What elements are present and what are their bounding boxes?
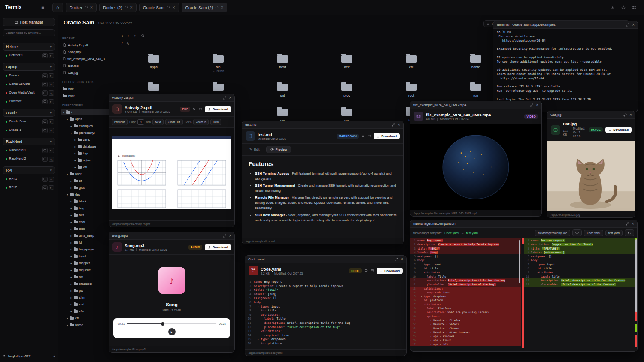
chevron-right-icon[interactable]: ▸ — [70, 124, 73, 127]
host-search-input[interactable] — [3, 29, 55, 36]
terminal-button[interactable]: >_ — [49, 185, 54, 190]
right-file-button[interactable]: test.yaml — [605, 230, 623, 236]
refresh-diff-button[interactable] — [625, 229, 634, 236]
chevron-right-icon[interactable]: ▸ — [70, 255, 73, 258]
tree-item-apps[interactable]: ▾ apps — [61, 115, 109, 122]
folder-apps[interactable]: apps — [122, 53, 186, 72]
chevron-right-icon[interactable]: ▸ — [70, 282, 73, 285]
split-view-button[interactable] — [42, 148, 48, 153]
refresh-icon[interactable] — [141, 34, 145, 38]
seek-thumb[interactable] — [161, 322, 164, 326]
tree-item-disk[interactable]: ▸ disk — [61, 225, 109, 232]
split-view-button[interactable] — [42, 177, 48, 182]
tree-item-dev[interactable]: ▾ dev — [61, 191, 109, 198]
tree-item-block[interactable]: ▸ block — [61, 198, 109, 205]
tree-item-database[interactable]: ▸ database — [61, 143, 109, 150]
window-titlebar[interactable]: test.md × — [242, 121, 403, 129]
terminal-button[interactable]: >_ — [49, 82, 54, 87]
expand-icon[interactable] — [530, 103, 533, 107]
tree-item-mapper[interactable]: ▸ mapper — [61, 259, 109, 266]
host-group-hetzner[interactable]: Hetzner ▾ — [3, 43, 55, 51]
tree-item-grub[interactable]: ▸ grub — [61, 184, 109, 191]
close-tab-icon[interactable]: × — [221, 5, 223, 10]
close-icon[interactable]: × — [229, 95, 231, 100]
menu-icon[interactable]: ≡ — [41, 4, 52, 10]
chevron-down-icon[interactable]: ▾ — [66, 172, 69, 175]
shortcut-boot[interactable]: boot — [61, 92, 109, 99]
forward-icon[interactable]: › — [128, 33, 129, 38]
tree-item-bus[interactable]: ▸ bus — [61, 211, 109, 218]
chevron-right-icon[interactable]: ▸ — [70, 227, 73, 230]
tree-item-home[interactable]: ▸ home — [61, 321, 109, 328]
chevron-right-icon[interactable]: ▸ — [70, 262, 73, 265]
download-button[interactable]: Download — [205, 244, 231, 250]
host-open-media-vault[interactable]: Open Media Vault >_ — [3, 89, 55, 97]
expand-icon[interactable] — [623, 113, 627, 117]
split-view-button[interactable] — [42, 128, 48, 133]
tree-item-snd[interactable]: ▸ snd — [61, 301, 109, 308]
folder-opt[interactable]: opt — [250, 81, 315, 97]
host-group-oracle[interactable]: Oracle ▾ — [3, 109, 55, 117]
chevron-right-icon[interactable]: ▸ — [70, 268, 73, 272]
chevron-right-icon[interactable]: ▸ — [74, 138, 76, 141]
chevron-right-icon[interactable]: ▸ — [70, 303, 73, 306]
folder-proc[interactable]: proc — [315, 81, 379, 97]
tree-item-oracleoci[interactable]: ▸ oracleoci — [61, 280, 109, 287]
terminal-button[interactable]: >_ — [49, 128, 54, 133]
seek-slider[interactable] — [127, 323, 216, 324]
chevron-right-icon[interactable]: ▸ — [70, 220, 73, 223]
chevron-right-icon[interactable]: ▸ — [70, 214, 73, 217]
chevron-right-icon[interactable]: ▸ — [74, 145, 76, 148]
panel-icon[interactable] — [199, 107, 202, 111]
split-view-button[interactable] — [42, 90, 48, 96]
tree-item-examples[interactable]: ▸ examples — [61, 122, 109, 129]
split-view-button[interactable] — [42, 185, 48, 190]
chevron-right-icon[interactable]: ▸ — [70, 241, 73, 244]
previous-page-button[interactable]: Previous — [112, 119, 128, 125]
host-proxmox[interactable]: Proxmox >_ — [3, 98, 55, 105]
tree-item-bsg[interactable]: ▸ bsg — [61, 205, 109, 211]
chevron-down-icon[interactable]: ▾ — [62, 111, 65, 114]
close-icon[interactable]: × — [398, 122, 400, 127]
download-button[interactable]: Download — [205, 106, 231, 112]
split-screen-icon[interactable] — [125, 6, 128, 9]
tree-item-input[interactable]: ▸ input — [61, 253, 109, 259]
edit-path-icon[interactable]: ✎ — [127, 42, 130, 46]
download-button[interactable]: Download — [377, 268, 403, 274]
split-view-button[interactable] — [42, 157, 48, 162]
terminal-button[interactable]: >_ — [49, 148, 54, 153]
tree-item-dma-heap[interactable]: ▸ dma_heap — [61, 232, 109, 239]
folder-sys[interactable]: sys — [315, 106, 379, 122]
split-view-button[interactable] — [42, 82, 48, 87]
expand-icon[interactable] — [223, 96, 226, 100]
left-file-button[interactable]: Code.yaml — [584, 230, 603, 236]
diff-right-panel[interactable]: 1name: Feature request2description: Sugg… — [524, 238, 638, 351]
window-titlebar[interactable]: Song.mp3 × — [109, 232, 234, 240]
tab-home[interactable]: ⌂ — [52, 3, 63, 12]
split-view-button[interactable] — [42, 99, 48, 104]
terminal-lines[interactable]: on 31 Ma For more details see: https://u… — [493, 29, 638, 112]
window-titlebar[interactable]: Code.yaml × — [245, 256, 406, 263]
folder-boot[interactable]: boot — [250, 53, 315, 72]
host-manager-button[interactable]: Host Manager — [3, 18, 55, 26]
chevron-right-icon[interactable]: ▸ — [70, 248, 73, 251]
chevron-down-icon[interactable]: ▾ — [70, 131, 73, 134]
chevron-right-icon[interactable]: ▸ — [66, 317, 69, 320]
close-tab-icon[interactable]: × — [90, 5, 93, 10]
tree-item-hugepages[interactable]: ▸ hugepages — [61, 246, 109, 253]
downloads-icon[interactable] — [611, 5, 615, 9]
host-docker[interactable]: Docker >_ — [3, 72, 55, 79]
expand-icon[interactable] — [392, 123, 395, 127]
tree-item-fd[interactable]: ▸ fd — [61, 239, 109, 246]
window-titlebar[interactable]: Terminal - Oracle Sam:/apps/examples × — [493, 21, 638, 29]
recent-file-file-example-mp4-640-3mg[interactable]: file_example_MP4_640_3MG... — [61, 55, 109, 62]
close-icon[interactable]: × — [629, 112, 632, 117]
close-icon[interactable]: × — [401, 257, 403, 262]
tree-item-var[interactable]: ▸ var — [61, 163, 109, 170]
tree-item-root[interactable]: ▾ / — [61, 109, 109, 115]
close-icon[interactable]: × — [632, 22, 635, 27]
preview-tab[interactable]: Preview — [266, 146, 292, 153]
host-game-servers[interactable]: Game Servers >_ — [3, 81, 55, 88]
tree-item-pterodactyl[interactable]: ▾ pterodactyl — [61, 129, 109, 136]
download-button[interactable]: Download — [605, 127, 632, 133]
